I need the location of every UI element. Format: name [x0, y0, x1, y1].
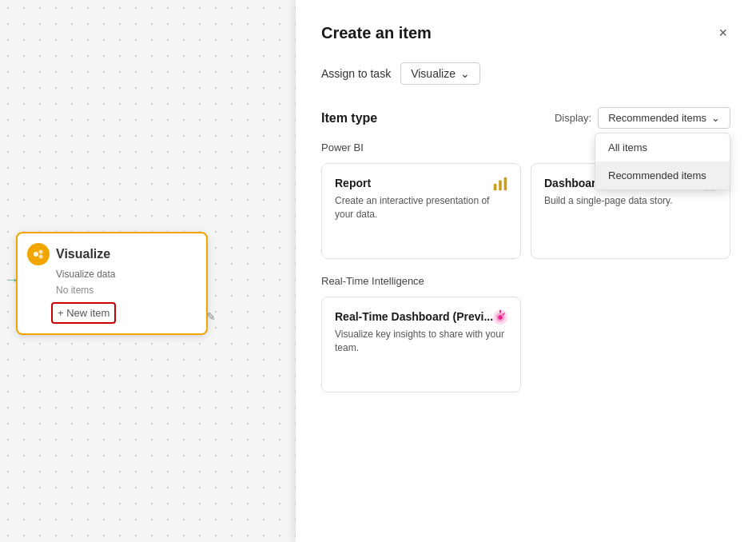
svg-point-1 [39, 250, 43, 254]
report-icon [491, 175, 509, 197]
node-no-items: No items [27, 285, 197, 296]
realtime-dashboard-desc: Visualize key insights to share with you… [335, 328, 507, 355]
assign-chevron-icon: ⌄ [460, 67, 470, 80]
dialog-header: Create an item × [321, 22, 730, 43]
node-icon [27, 243, 50, 265]
category-realtime: Real-Time Intelligence [321, 275, 730, 287]
svg-point-2 [39, 255, 43, 259]
new-item-button[interactable]: + New item [51, 302, 116, 324]
visualize-node-card: Visualize Visualize data No items + New … [16, 232, 208, 335]
report-title: Report [335, 177, 507, 189]
item-card-report[interactable]: Report Create an interactive presentatio… [321, 163, 521, 259]
dialog-title: Create an item [321, 24, 432, 42]
display-row: Display: Recommended items ⌄ All items R… [555, 107, 730, 129]
realtime-dashboard-icon [491, 309, 509, 330]
assign-label: Assign to task [321, 67, 391, 80]
svg-rect-3 [494, 184, 497, 190]
dropdown-menu: All items Recommended items [595, 133, 730, 190]
node-subtitle: Visualize data [27, 269, 197, 280]
item-type-section: Item type Display: Recommended items ⌄ A… [321, 107, 730, 393]
node-title: Visualize [56, 247, 110, 261]
display-label: Display: [555, 112, 591, 124]
dropdown-item-recommended[interactable]: Recommended items [595, 161, 730, 189]
item-card-realtime-dashboard[interactable]: Real-Time Dashboard (Previ... Visualize … [321, 297, 521, 393]
new-item-label: + New item [58, 307, 109, 319]
node-header: Visualize [27, 243, 197, 265]
close-button[interactable]: × [715, 22, 730, 43]
svg-rect-5 [504, 177, 507, 191]
display-dropdown[interactable]: Recommended items ⌄ [598, 107, 730, 129]
svg-point-12 [498, 315, 503, 320]
dashboard-desc: Build a single-page data story. [544, 194, 717, 208]
realtime-dashboard-title: Real-Time Dashboard (Previ... [335, 310, 507, 323]
display-selected: Recommended items [608, 112, 706, 124]
dropdown-item-all[interactable]: All items [595, 134, 730, 161]
assign-value: Visualize [411, 67, 456, 80]
display-chevron-icon: ⌄ [711, 112, 720, 124]
dialog-panel: Create an item × Assign to task Visualiz… [296, 0, 756, 542]
realtime-items-grid: Real-Time Dashboard (Previ... Visualize … [321, 297, 730, 393]
assign-row: Assign to task Visualize ⌄ [321, 62, 730, 85]
item-type-header: Item type Display: Recommended items ⌄ A… [321, 107, 730, 129]
item-type-label: Item type [321, 111, 377, 126]
svg-rect-4 [499, 180, 502, 190]
svg-point-0 [34, 252, 38, 257]
report-desc: Create an interactive presentation of yo… [335, 194, 507, 221]
edit-icon[interactable]: ✎ [206, 310, 216, 323]
assign-dropdown[interactable]: Visualize ⌄ [400, 62, 480, 85]
